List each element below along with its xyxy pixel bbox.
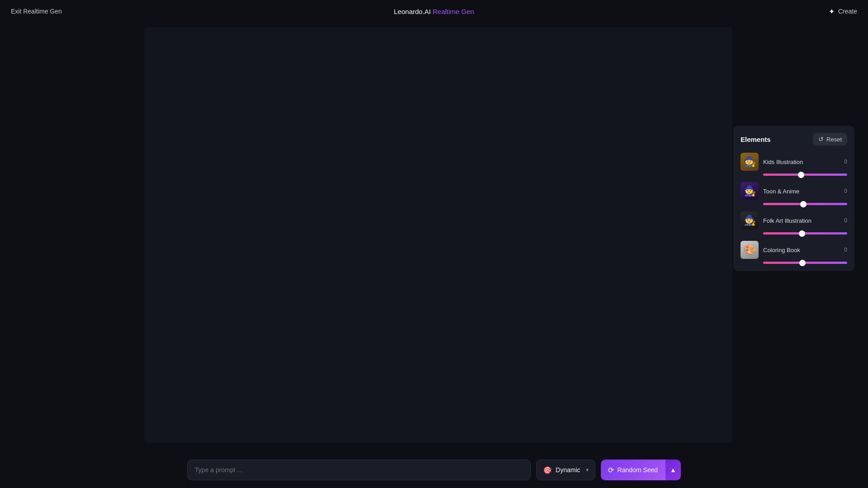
random-seed-label: Random Seed [618, 466, 658, 474]
thumbnail-kids: 🧙 [741, 153, 759, 171]
slider-container-folk [763, 232, 847, 235]
thumb-face-kids: 🧙 [741, 153, 759, 171]
dynamic-dropdown[interactable]: 🎯 Dynamic ▾ [536, 460, 595, 480]
element-row-toon: 🧙 Toon & Anime 0 [741, 182, 847, 200]
thumb-face-coloring: 🎨 [741, 241, 759, 259]
header-center: Leonardo.AI Realtime Gen [394, 8, 474, 15]
header-create-area[interactable]: ✦ Create [829, 7, 857, 16]
element-name-kids: Kids Illustration [763, 159, 835, 165]
slider-thumb-coloring[interactable] [799, 260, 806, 266]
slider-container-coloring [763, 262, 847, 264]
elements-header: Elements ↺ Reset [741, 133, 847, 145]
elements-panel: Elements ↺ Reset 🧙 Kids Illustration 0 🧙… [733, 126, 854, 271]
slider-container-toon [763, 203, 847, 205]
element-name-folk: Folk Art Illustration [763, 217, 835, 224]
random-seed-group: ⟳ Random Seed ▲ [601, 460, 681, 480]
element-name-toon: Toon & Anime [763, 188, 835, 195]
dropdown-arrow-icon: ▾ [586, 467, 589, 473]
element-item-kids: 🧙 Kids Illustration 0 [741, 153, 847, 176]
bottom-bar: 🎯 Dynamic ▾ ⟳ Random Seed ▲ [0, 452, 868, 488]
element-item-toon: 🧙 Toon & Anime 0 [741, 182, 847, 205]
create-icon: ✦ [829, 7, 835, 16]
slider-kids[interactable] [763, 174, 847, 176]
seed-icon: ⟳ [608, 466, 614, 474]
thumbnail-toon: 🧙 [741, 182, 759, 200]
header: Exit Realtime Gen Leonardo.AI Realtime G… [0, 0, 868, 23]
element-row-folk: 🧙 Folk Art Illustration 0 [741, 211, 847, 230]
random-seed-button[interactable]: ⟳ Random Seed [601, 460, 665, 480]
reset-button[interactable]: ↺ Reset [813, 133, 847, 145]
thumb-face-folk: 🧙 [741, 211, 759, 230]
expand-arrow-icon: ▲ [670, 466, 676, 474]
dynamic-icon: 🎯 [543, 466, 552, 474]
element-name-coloring: Coloring Book [763, 247, 835, 253]
dynamic-label: Dynamic [556, 466, 580, 474]
element-row-kids: 🧙 Kids Illustration 0 [741, 153, 847, 171]
random-seed-expand-button[interactable]: ▲ [665, 460, 681, 480]
app-name-text: Realtime Gen [433, 8, 474, 15]
element-value-coloring: 0 [840, 247, 847, 253]
prompt-input[interactable] [187, 460, 531, 480]
thumb-face-toon: 🧙 [741, 182, 759, 200]
element-item-folk: 🧙 Folk Art Illustration 0 [741, 211, 847, 235]
reset-label: Reset [826, 136, 842, 143]
reset-icon: ↺ [818, 136, 824, 143]
element-value-folk: 0 [840, 217, 847, 224]
header-left: Exit Realtime Gen [11, 8, 62, 15]
create-label: Create [838, 8, 857, 15]
thumbnail-coloring: 🎨 [741, 241, 759, 259]
slider-thumb-folk[interactable] [799, 230, 805, 237]
element-row-coloring: 🎨 Coloring Book 0 [741, 241, 847, 259]
thumbnail-folk: 🧙 [741, 211, 759, 230]
elements-title: Elements [741, 136, 771, 143]
element-item-coloring: 🎨 Coloring Book 0 [741, 241, 847, 264]
slider-container-kids [763, 174, 847, 176]
slider-toon[interactable] [763, 203, 847, 205]
logo-text: Leonardo.AI [394, 8, 431, 15]
canvas-area [145, 27, 732, 443]
slider-thumb-kids[interactable] [798, 172, 804, 178]
exit-button[interactable]: Exit Realtime Gen [11, 8, 62, 15]
element-value-kids: 0 [840, 159, 847, 165]
slider-coloring[interactable] [763, 262, 847, 264]
slider-folk[interactable] [763, 232, 847, 235]
slider-thumb-toon[interactable] [800, 201, 807, 207]
element-value-toon: 0 [840, 188, 847, 194]
